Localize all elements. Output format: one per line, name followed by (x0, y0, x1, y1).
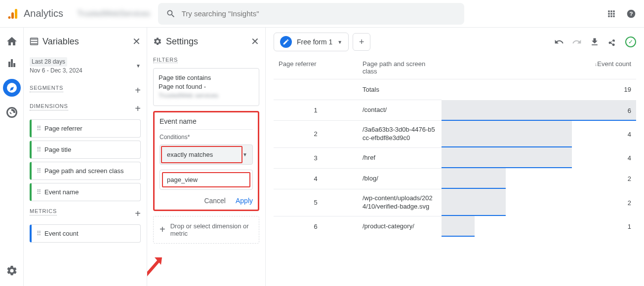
svg-rect-1 (11, 12, 14, 19)
match-value-input[interactable]: page_view (160, 170, 253, 190)
totals-value: 19 (442, 79, 636, 100)
report-tab[interactable]: Free form 1 ▼ (274, 33, 349, 51)
apps-icon[interactable] (606, 9, 616, 19)
svg-text:?: ? (629, 10, 633, 17)
metrics-label: METRICS (30, 208, 57, 215)
left-nav (0, 28, 24, 286)
table-row[interactable]: 5/wp-content/uploads/2024/10/verified-ba… (274, 189, 636, 216)
svg-point-2 (8, 16, 11, 19)
variables-icon (30, 37, 39, 46)
edit-tab-icon[interactable] (280, 36, 292, 48)
logo-area: Analytics (8, 8, 63, 20)
download-icon[interactable] (590, 37, 600, 47)
apply-button[interactable]: Apply (236, 197, 253, 205)
dimensions-label: DIMENSIONS (30, 103, 68, 110)
date-preset: Last 28 days (30, 57, 67, 67)
drag-handle-icon: ⠿ (37, 146, 40, 153)
filters-label: FILTERS (153, 57, 178, 63)
close-settings-icon[interactable]: ✕ (251, 36, 259, 47)
search-input[interactable] (182, 9, 456, 18)
add-metric-button[interactable]: + (135, 208, 141, 219)
chevron-down-icon: ▼ (136, 63, 141, 69)
dimension-chip[interactable]: ⠿Event name (30, 183, 141, 201)
variables-title: Variables (30, 36, 79, 47)
drag-handle-icon: ⠿ (37, 230, 40, 237)
table-row[interactable]: 6/product-category/1 (274, 216, 636, 237)
chevron-down-icon: ▼ (242, 152, 247, 157)
report-area: Free form 1 ▼ + ✓ Page referrer Page pat… (266, 28, 644, 286)
add-segment-button[interactable]: + (135, 85, 141, 96)
explore-icon[interactable] (3, 79, 21, 97)
filter-event-name-editor: Event name Conditions* exactly matches ▼… (153, 111, 259, 211)
col-count[interactable]: ↓Event count (442, 56, 636, 79)
admin-settings-icon[interactable] (6, 265, 18, 277)
undo-icon[interactable] (554, 37, 564, 47)
status-ok-icon[interactable]: ✓ (625, 36, 636, 47)
table-row[interactable]: 4/blog/2 (274, 168, 636, 189)
dimension-chip[interactable]: ⠿Page title (30, 141, 141, 159)
filter-dimension-name[interactable]: Event name (160, 117, 253, 130)
app-header: Analytics TrustedWebServices ? (0, 0, 644, 28)
svg-rect-0 (15, 9, 17, 19)
drag-handle-icon: ⠿ (37, 125, 40, 132)
segments-label: SEGMENTS (30, 85, 63, 92)
chevron-down-icon[interactable]: ▼ (337, 39, 342, 45)
match-type-select[interactable]: exactly matches ▼ (160, 144, 253, 165)
drag-handle-icon: ⠿ (37, 188, 40, 196)
plus-icon: + (160, 224, 165, 235)
conditions-label: Conditions* (160, 134, 253, 141)
reports-icon[interactable] (6, 57, 18, 69)
table-row[interactable]: 1/contact/6 (274, 100, 636, 121)
home-icon[interactable] (6, 36, 18, 47)
dimension-chip[interactable]: ⠿Page referrer (30, 119, 141, 138)
report-table: Page referrer Page path and screen class… (274, 56, 636, 237)
date-range-picker[interactable]: Last 28 days Nov 6 - Dec 3, 2024 ▼ (30, 55, 141, 77)
filter-page-title[interactable]: Page title contains Page not found - Tru… (153, 68, 259, 106)
app-title: Analytics (24, 8, 63, 19)
gear-icon (153, 37, 162, 46)
dimension-chip[interactable]: ⠿Page path and screen class (30, 162, 141, 180)
property-name[interactable]: TrustedWebServices (77, 9, 150, 18)
settings-title: Settings (153, 36, 198, 47)
col-path[interactable]: Page path and screen class (358, 56, 442, 79)
settings-panel: Settings ✕ FILTERS Page title contains P… (147, 28, 266, 286)
variables-panel: Variables ✕ Last 28 days Nov 6 - Dec 3, … (24, 28, 147, 286)
add-dimension-button[interactable]: + (135, 103, 141, 114)
cancel-button[interactable]: Cancel (204, 197, 226, 205)
header-actions: ? (606, 9, 636, 19)
search-icon (166, 9, 176, 19)
ga-logo-icon (8, 8, 20, 20)
redo-icon[interactable] (572, 37, 582, 47)
drop-filter-zone[interactable]: + Drop or select dimension or metric (153, 216, 259, 244)
search-box[interactable] (158, 3, 464, 25)
tab-label: Free form 1 (297, 38, 332, 46)
help-icon[interactable]: ? (626, 9, 636, 19)
totals-label: Totals (358, 79, 442, 100)
date-range-text: Nov 6 - Dec 3, 2024 (30, 67, 82, 75)
table-row[interactable]: 3/href4 (274, 147, 636, 168)
share-icon[interactable] (607, 37, 617, 47)
table-row[interactable]: 2/3a6a63b3-3d0b-4476-b5cc-efbdf8e3d9c04 (274, 121, 636, 148)
advertising-icon[interactable] (6, 107, 18, 118)
close-variables-icon[interactable]: ✕ (132, 36, 141, 47)
metric-chip[interactable]: ⠿Event count (30, 224, 141, 243)
annotation-arrow-icon (147, 252, 167, 282)
drag-handle-icon: ⠿ (37, 167, 40, 175)
add-tab-button[interactable]: + (353, 33, 370, 51)
col-referrer[interactable]: Page referrer (274, 56, 358, 79)
